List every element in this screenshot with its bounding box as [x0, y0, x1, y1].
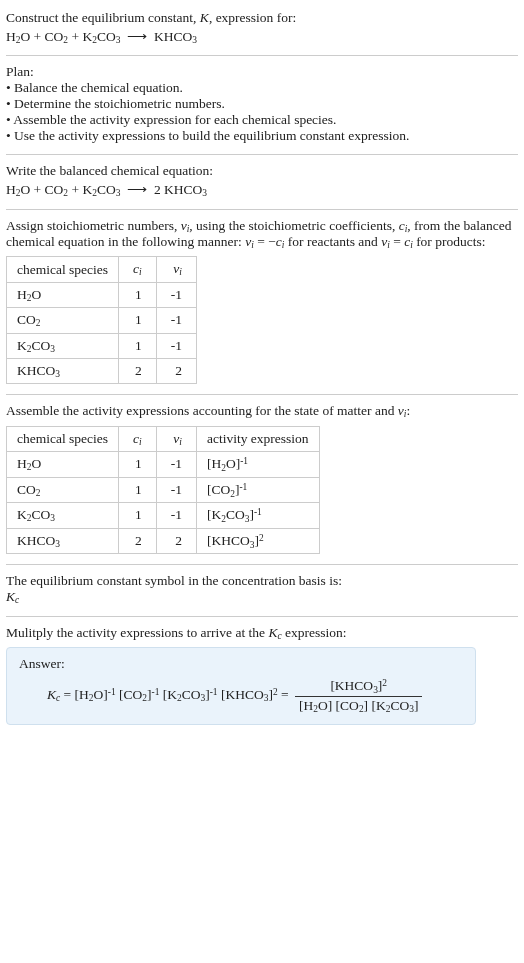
table-row: K2CO3 1 -1 [K2CO3]-1 — [7, 503, 320, 529]
divider — [6, 209, 518, 210]
table-header-row: chemical species ci νi — [7, 257, 197, 282]
plan-item: • Determine the stoichiometric numbers. — [6, 96, 518, 112]
divider — [6, 55, 518, 56]
plan-section: Plan: • Balance the chemical equation. •… — [6, 58, 518, 152]
symbol-section: The equilibrium constant symbol in the c… — [6, 567, 518, 613]
cell-vi: 2 — [156, 528, 196, 554]
col-ci: ci — [119, 257, 157, 282]
answer-label: Answer: — [19, 656, 463, 672]
divider — [6, 564, 518, 565]
intro-equation: H2O + CO2 + K2CO3 ⟶ KHCO3 — [6, 28, 518, 45]
cell-vi: -1 — [156, 333, 196, 358]
table-row: KHCO3 2 2 — [7, 358, 197, 383]
col-vi: νi — [156, 426, 196, 451]
intro-section: Construct the equilibrium constant, K, e… — [6, 4, 518, 53]
symbol-line1: The equilibrium constant symbol in the c… — [6, 573, 518, 589]
divider — [6, 394, 518, 395]
cell-vi: -1 — [156, 308, 196, 333]
cell-ci: 1 — [119, 308, 157, 333]
table-row: H2O 1 -1 [H2O]-1 — [7, 451, 320, 477]
cell-vi: -1 — [156, 477, 196, 503]
cell-species: K2CO3 — [7, 503, 119, 529]
cell-activity: [H2O]-1 — [196, 451, 319, 477]
col-activity: activity expression — [196, 426, 319, 451]
plan-item: • Assemble the activity expression for e… — [6, 112, 518, 128]
table-row: CO2 1 -1 — [7, 308, 197, 333]
plan-item: • Use the activity expressions to build … — [6, 128, 518, 144]
cell-vi: -1 — [156, 451, 196, 477]
table-row: KHCO3 2 2 [KHCO3]2 — [7, 528, 320, 554]
col-ci: ci — [119, 426, 157, 451]
col-vi: νi — [156, 257, 196, 282]
plan-item: • Balance the chemical equation. — [6, 80, 518, 96]
cell-vi: -1 — [156, 282, 196, 307]
cell-vi: -1 — [156, 503, 196, 529]
cell-ci: 1 — [119, 477, 157, 503]
cell-activity: [KHCO3]2 — [196, 528, 319, 554]
symbol-line2: Kc — [6, 589, 518, 605]
activity-table: chemical species ci νi activity expressi… — [6, 426, 320, 555]
divider — [6, 616, 518, 617]
stoich-section: Assign stoichiometric numbers, νi, using… — [6, 212, 518, 393]
stoich-table: chemical species ci νi H2O 1 -1 CO2 1 -1… — [6, 256, 197, 384]
table-header-row: chemical species ci νi activity expressi… — [7, 426, 320, 451]
balanced-heading: Write the balanced chemical equation: — [6, 163, 518, 179]
cell-ci: 1 — [119, 451, 157, 477]
balanced-equation: H2O + CO2 + K2CO3 ⟶ 2 KHCO3 — [6, 181, 518, 198]
answer-box: Answer: Kc = [H2O]-1 [CO2]-1 [K2CO3]-1 [… — [6, 647, 476, 725]
activity-section: Assemble the activity expressions accoun… — [6, 397, 518, 562]
cell-activity: [CO2]-1 — [196, 477, 319, 503]
cell-species: H2O — [7, 451, 119, 477]
plan-heading: Plan: — [6, 64, 518, 80]
cell-ci: 1 — [119, 503, 157, 529]
cell-ci: 1 — [119, 282, 157, 307]
cell-species: CO2 — [7, 308, 119, 333]
stoich-text: Assign stoichiometric numbers, νi, using… — [6, 218, 518, 251]
cell-ci: 2 — [119, 528, 157, 554]
table-row: H2O 1 -1 — [7, 282, 197, 307]
cell-activity: [K2CO3]-1 — [196, 503, 319, 529]
cell-vi: 2 — [156, 358, 196, 383]
table-row: CO2 1 -1 [CO2]-1 — [7, 477, 320, 503]
cell-ci: 1 — [119, 333, 157, 358]
cell-ci: 2 — [119, 358, 157, 383]
answer-fraction: [KHCO3]2 [H2O] [CO2] [K2CO3] — [295, 678, 422, 714]
balanced-section: Write the balanced chemical equation: H2… — [6, 157, 518, 206]
col-species: chemical species — [7, 426, 119, 451]
multiply-section: Mulitply the activity expressions to arr… — [6, 619, 518, 733]
cell-species: KHCO3 — [7, 528, 119, 554]
multiply-heading: Mulitply the activity expressions to arr… — [6, 625, 518, 641]
table-row: K2CO3 1 -1 — [7, 333, 197, 358]
cell-species: CO2 — [7, 477, 119, 503]
divider — [6, 154, 518, 155]
col-species: chemical species — [7, 257, 119, 282]
activity-heading: Assemble the activity expressions accoun… — [6, 403, 518, 419]
intro-line1: Construct the equilibrium constant, K, e… — [6, 10, 518, 26]
cell-species: KHCO3 — [7, 358, 119, 383]
cell-species: H2O — [7, 282, 119, 307]
answer-expression: Kc = [H2O]-1 [CO2]-1 [K2CO3]-1 [KHCO3]2 … — [19, 678, 463, 714]
cell-species: K2CO3 — [7, 333, 119, 358]
